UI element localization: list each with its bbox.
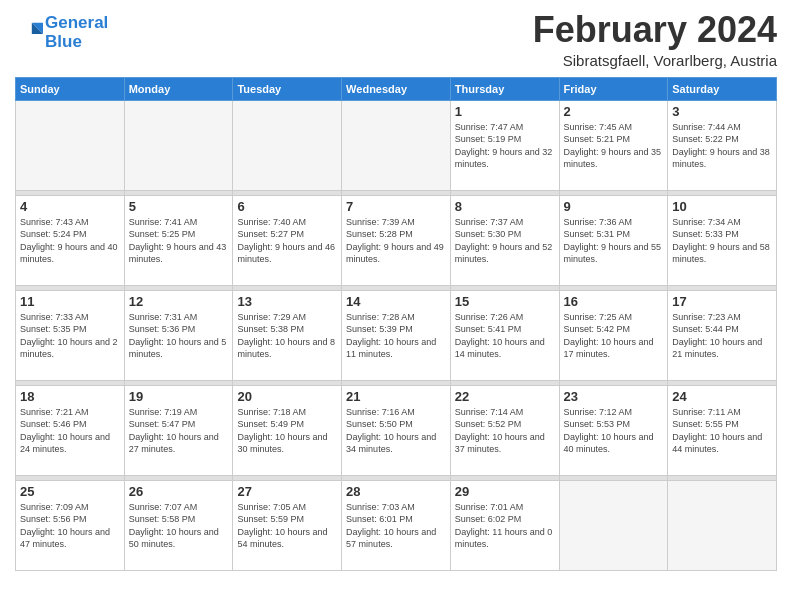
day-number: 23 (564, 389, 664, 404)
calendar-cell: 12Sunrise: 7:31 AMSunset: 5:36 PMDayligh… (124, 290, 233, 380)
day-number: 13 (237, 294, 337, 309)
day-info: Sunrise: 7:09 AMSunset: 5:56 PMDaylight:… (20, 501, 120, 551)
day-info: Sunrise: 7:37 AMSunset: 5:30 PMDaylight:… (455, 216, 555, 266)
day-info: Sunrise: 7:16 AMSunset: 5:50 PMDaylight:… (346, 406, 446, 456)
calendar-cell (668, 480, 777, 570)
weekday-header: Monday (124, 77, 233, 100)
month-title: February 2024 (533, 10, 777, 50)
day-info: Sunrise: 7:03 AMSunset: 6:01 PMDaylight:… (346, 501, 446, 551)
calendar-table: SundayMondayTuesdayWednesdayThursdayFrid… (15, 77, 777, 571)
weekday-header: Sunday (16, 77, 125, 100)
calendar-cell: 13Sunrise: 7:29 AMSunset: 5:38 PMDayligh… (233, 290, 342, 380)
day-number: 15 (455, 294, 555, 309)
day-number: 17 (672, 294, 772, 309)
day-number: 10 (672, 199, 772, 214)
calendar-cell: 4Sunrise: 7:43 AMSunset: 5:24 PMDaylight… (16, 195, 125, 285)
day-info: Sunrise: 7:47 AMSunset: 5:19 PMDaylight:… (455, 121, 555, 171)
calendar-cell: 24Sunrise: 7:11 AMSunset: 5:55 PMDayligh… (668, 385, 777, 475)
location-title: Sibratsgfaell, Vorarlberg, Austria (533, 52, 777, 69)
weekday-header: Wednesday (342, 77, 451, 100)
day-number: 26 (129, 484, 229, 499)
calendar-cell (342, 100, 451, 190)
calendar-cell: 5Sunrise: 7:41 AMSunset: 5:25 PMDaylight… (124, 195, 233, 285)
calendar-cell: 18Sunrise: 7:21 AMSunset: 5:46 PMDayligh… (16, 385, 125, 475)
day-info: Sunrise: 7:34 AMSunset: 5:33 PMDaylight:… (672, 216, 772, 266)
day-number: 1 (455, 104, 555, 119)
day-number: 5 (129, 199, 229, 214)
day-info: Sunrise: 7:28 AMSunset: 5:39 PMDaylight:… (346, 311, 446, 361)
calendar-cell: 25Sunrise: 7:09 AMSunset: 5:56 PMDayligh… (16, 480, 125, 570)
day-info: Sunrise: 7:14 AMSunset: 5:52 PMDaylight:… (455, 406, 555, 456)
calendar-cell: 9Sunrise: 7:36 AMSunset: 5:31 PMDaylight… (559, 195, 668, 285)
calendar-cell: 11Sunrise: 7:33 AMSunset: 5:35 PMDayligh… (16, 290, 125, 380)
day-number: 6 (237, 199, 337, 214)
day-number: 11 (20, 294, 120, 309)
day-number: 18 (20, 389, 120, 404)
day-info: Sunrise: 7:29 AMSunset: 5:38 PMDaylight:… (237, 311, 337, 361)
day-number: 29 (455, 484, 555, 499)
day-info: Sunrise: 7:18 AMSunset: 5:49 PMDaylight:… (237, 406, 337, 456)
day-number: 4 (20, 199, 120, 214)
calendar-cell: 1Sunrise: 7:47 AMSunset: 5:19 PMDaylight… (450, 100, 559, 190)
calendar-cell: 2Sunrise: 7:45 AMSunset: 5:21 PMDaylight… (559, 100, 668, 190)
day-number: 19 (129, 389, 229, 404)
calendar-cell: 29Sunrise: 7:01 AMSunset: 6:02 PMDayligh… (450, 480, 559, 570)
day-info: Sunrise: 7:26 AMSunset: 5:41 PMDaylight:… (455, 311, 555, 361)
weekday-header: Thursday (450, 77, 559, 100)
day-number: 24 (672, 389, 772, 404)
day-number: 14 (346, 294, 446, 309)
day-number: 27 (237, 484, 337, 499)
calendar-cell: 15Sunrise: 7:26 AMSunset: 5:41 PMDayligh… (450, 290, 559, 380)
weekday-header: Tuesday (233, 77, 342, 100)
calendar-cell: 20Sunrise: 7:18 AMSunset: 5:49 PMDayligh… (233, 385, 342, 475)
calendar-week-row: 1Sunrise: 7:47 AMSunset: 5:19 PMDaylight… (16, 100, 777, 190)
day-info: Sunrise: 7:31 AMSunset: 5:36 PMDaylight:… (129, 311, 229, 361)
page: General Blue February 2024 Sibratsgfaell… (0, 0, 792, 612)
day-info: Sunrise: 7:01 AMSunset: 6:02 PMDaylight:… (455, 501, 555, 551)
day-info: Sunrise: 7:36 AMSunset: 5:31 PMDaylight:… (564, 216, 664, 266)
calendar-week-row: 18Sunrise: 7:21 AMSunset: 5:46 PMDayligh… (16, 385, 777, 475)
day-info: Sunrise: 7:21 AMSunset: 5:46 PMDaylight:… (20, 406, 120, 456)
calendar-cell: 7Sunrise: 7:39 AMSunset: 5:28 PMDaylight… (342, 195, 451, 285)
calendar-cell: 17Sunrise: 7:23 AMSunset: 5:44 PMDayligh… (668, 290, 777, 380)
day-info: Sunrise: 7:05 AMSunset: 5:59 PMDaylight:… (237, 501, 337, 551)
logo-icon (15, 19, 43, 47)
logo-text: General Blue (45, 14, 108, 51)
header: General Blue February 2024 Sibratsgfaell… (15, 10, 777, 69)
day-number: 7 (346, 199, 446, 214)
calendar-cell (233, 100, 342, 190)
day-number: 25 (20, 484, 120, 499)
title-block: February 2024 Sibratsgfaell, Vorarlberg,… (533, 10, 777, 69)
calendar-week-row: 11Sunrise: 7:33 AMSunset: 5:35 PMDayligh… (16, 290, 777, 380)
calendar-week-row: 4Sunrise: 7:43 AMSunset: 5:24 PMDaylight… (16, 195, 777, 285)
calendar-cell: 26Sunrise: 7:07 AMSunset: 5:58 PMDayligh… (124, 480, 233, 570)
day-number: 22 (455, 389, 555, 404)
day-number: 16 (564, 294, 664, 309)
weekday-header: Saturday (668, 77, 777, 100)
day-number: 28 (346, 484, 446, 499)
day-number: 12 (129, 294, 229, 309)
calendar-cell: 19Sunrise: 7:19 AMSunset: 5:47 PMDayligh… (124, 385, 233, 475)
calendar-cell: 14Sunrise: 7:28 AMSunset: 5:39 PMDayligh… (342, 290, 451, 380)
day-number: 8 (455, 199, 555, 214)
day-info: Sunrise: 7:40 AMSunset: 5:27 PMDaylight:… (237, 216, 337, 266)
day-info: Sunrise: 7:45 AMSunset: 5:21 PMDaylight:… (564, 121, 664, 171)
day-info: Sunrise: 7:33 AMSunset: 5:35 PMDaylight:… (20, 311, 120, 361)
calendar-cell: 3Sunrise: 7:44 AMSunset: 5:22 PMDaylight… (668, 100, 777, 190)
day-info: Sunrise: 7:07 AMSunset: 5:58 PMDaylight:… (129, 501, 229, 551)
calendar-cell: 23Sunrise: 7:12 AMSunset: 5:53 PMDayligh… (559, 385, 668, 475)
calendar-cell: 6Sunrise: 7:40 AMSunset: 5:27 PMDaylight… (233, 195, 342, 285)
day-number: 3 (672, 104, 772, 119)
calendar-cell: 21Sunrise: 7:16 AMSunset: 5:50 PMDayligh… (342, 385, 451, 475)
calendar-cell (124, 100, 233, 190)
day-info: Sunrise: 7:23 AMSunset: 5:44 PMDaylight:… (672, 311, 772, 361)
day-info: Sunrise: 7:19 AMSunset: 5:47 PMDaylight:… (129, 406, 229, 456)
day-number: 9 (564, 199, 664, 214)
logo: General Blue (15, 14, 108, 51)
header-row: SundayMondayTuesdayWednesdayThursdayFrid… (16, 77, 777, 100)
day-number: 2 (564, 104, 664, 119)
calendar-cell: 22Sunrise: 7:14 AMSunset: 5:52 PMDayligh… (450, 385, 559, 475)
calendar-cell: 27Sunrise: 7:05 AMSunset: 5:59 PMDayligh… (233, 480, 342, 570)
calendar-cell (16, 100, 125, 190)
calendar-cell (559, 480, 668, 570)
